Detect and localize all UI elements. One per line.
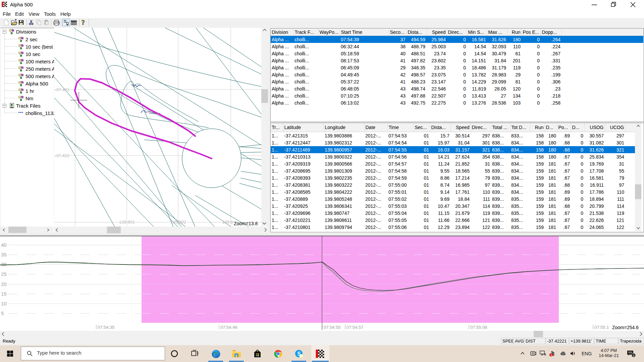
svg-text:139.901: 139.901 [119,220,135,225]
svg-text:Zoom=13.8: Zoom=13.8 [234,221,258,226]
svg-text:07:55:08: 07:55:08 [470,325,487,330]
svg-text:?: ? [82,19,85,26]
svg-text:10: 10 [1,301,7,306]
svg-text:07:54:46: 07:54:46 [220,325,237,330]
svg-text:40: 40 [1,242,7,248]
svg-text:15: 15 [1,291,7,297]
svg-text:139.902: 139.902 [170,220,186,225]
svg-text:25: 25 [1,271,7,277]
svg-text:07:54:57: 07:54:57 [346,325,364,330]
svg-text:07:55:1: 07:55:1 [594,325,609,330]
svg-text:2: 2 [633,354,634,357]
svg-text:5: 5 [1,310,4,316]
svg-text:-37.422: -37.422 [55,153,69,158]
svg-text:07:54:55: 07:54:55 [324,325,341,330]
svg-text:Zoom=254.6: Zoom=254.6 [612,325,639,330]
svg-text:07:54:35: 07:54:35 [98,325,115,330]
svg-text:-37.421: -37.421 [55,87,69,92]
svg-text:3: 3 [550,354,552,357]
svg-text:20: 20 [1,281,7,287]
svg-text:35: 35 [1,252,7,257]
svg-text:139.9: 139.9 [222,220,233,225]
